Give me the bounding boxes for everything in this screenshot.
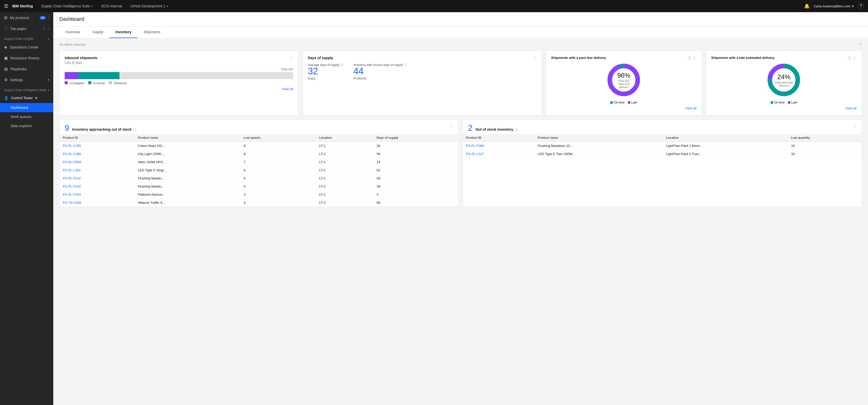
inbound-shipments-title: Inbound shipments: [65, 56, 97, 60]
section-chevron-icon: ▾: [48, 37, 49, 40]
sidebar-sub-item-data-explorer[interactable]: Data explorer: [0, 121, 53, 131]
oos-col-location: Location: [663, 134, 788, 142]
inbound-shipments-card: Inbound shipments Last 30 days ⋮ Total 1…: [59, 51, 299, 115]
past-due-menu[interactable]: ⋮: [693, 56, 696, 60]
topnav-right: 🔔 Carla.Aravena@ibm.com ▾ ?: [804, 3, 864, 9]
notification-bell-icon[interactable]: 🔔: [804, 3, 810, 9]
low-qty-cell: 4: [241, 182, 316, 191]
sidebar-sub-item-dashboard[interactable]: Dashboard: [0, 103, 53, 112]
days-supply-cell: 39: [374, 182, 458, 191]
top-cards-row: Inbound shipments Last 30 days ⋮ Total 1…: [59, 51, 862, 115]
inventory-approaching-menu[interactable]: ⋮: [450, 124, 453, 128]
nav-link-uihub[interactable]: UIHub Development 1 ▾: [126, 0, 172, 12]
sidebar-item-settings[interactable]: ⚙ Settings ▾: [0, 74, 53, 85]
late-est-desc: Estimated late delivery: [775, 81, 793, 87]
product-id-cell[interactable]: PS-PL-F242: [60, 174, 135, 182]
inventory-approaching-thead: Product ID Product name Low quanti... Lo…: [60, 134, 458, 142]
product-id-cell[interactable]: PS-TS-A339: [60, 199, 135, 207]
tab-inventory[interactable]: Inventory: [109, 26, 137, 38]
table-row: PS-PL-C295 Cobra Head 150... 8 LT-1 26: [60, 142, 458, 150]
help-button[interactable]: ?: [858, 3, 864, 9]
tab-shipments[interactable]: Shipments: [137, 26, 166, 38]
brand-name: IBM Sterling: [12, 4, 33, 8]
tab-overview[interactable]: Overview: [59, 26, 86, 38]
product-name-cell: Helm 150W HPS...: [135, 158, 241, 166]
product-id-cell[interactable]: PS-SL-C280: [60, 150, 135, 158]
inventory-approaching-info-icon[interactable]: ⓘ: [134, 128, 136, 131]
out-of-stock-thead: Product ID Product name Location Low qua…: [463, 134, 862, 142]
col-product-name: Product name: [135, 134, 241, 142]
oos-location-cell: LightTree Plant 2 Tusc...: [663, 150, 788, 158]
days-supply-cell: 3: [374, 191, 458, 199]
delivered-dot: [109, 81, 112, 84]
inbound-shipments-menu[interactable]: ⋮: [290, 56, 293, 60]
past-due-view-all-link[interactable]: View all: [551, 106, 696, 110]
nav-link-scis[interactable]: Supply Chain Intelligence Suite ▾: [37, 0, 97, 12]
sidebar-item-top-pages[interactable]: ♡ Top pages ℹ ›: [0, 23, 53, 34]
unshipped-legend-item: Unshipped: [65, 81, 84, 85]
days-supply-cell: 49: [374, 174, 458, 182]
dos-metrics: Average days of supply ⓘ 32 Days Invento…: [308, 63, 536, 80]
out-of-stock-menu[interactable]: ⋮: [853, 124, 857, 128]
late-est-info-icon[interactable]: ⓘ: [848, 56, 851, 60]
oos-location-cell: LightTree Plant 1 Birmi...: [663, 142, 788, 150]
oos-product-id-cell[interactable]: PS-SL-L327: [463, 150, 535, 158]
sidebar-item-playbooks[interactable]: ▤ Playbooks: [0, 63, 53, 74]
late-est-view-all-link[interactable]: View all: [711, 106, 857, 110]
table-row: PS-SL-F344 Flatbush Avenue... 3 LT-1 3: [60, 191, 458, 199]
out-of-stock-info-icon[interactable]: ⓘ: [515, 128, 518, 131]
excess-info-icon[interactable]: ⓘ: [404, 63, 407, 67]
out-of-stock-title: Out of stock inventory: [475, 127, 514, 132]
late-est-legend: On time Late: [771, 101, 797, 104]
tab-supply[interactable]: Supply: [86, 26, 109, 38]
product-id-cell[interactable]: PS-PL-F242: [60, 182, 135, 191]
product-id-cell[interactable]: PS-SL-F344: [60, 191, 135, 199]
avg-days-value: 32: [308, 67, 343, 76]
low-qty-cell: 3: [241, 199, 316, 207]
oos-low-qty-cell: 10: [788, 150, 862, 158]
late-dot: [628, 101, 630, 104]
past-due-center: 96% Past due shipment delivery: [615, 71, 632, 89]
filter-icon[interactable]: ▽: [859, 42, 862, 47]
hamburger-menu[interactable]: ☰: [4, 3, 8, 9]
sidebar: ⊞ My products 88 › ♡ Top pages ℹ › Suppl…: [0, 12, 53, 405]
low-qty-cell: 8: [241, 150, 316, 158]
sidebar-sub-item-work-queues[interactable]: Work queues: [0, 112, 53, 121]
table-row: PS-SL-L393 LED Type E Singl... 6 LT-1 52: [60, 166, 458, 174]
out-of-stock-count: 2: [468, 123, 472, 133]
avg-info-icon[interactable]: ⓘ: [340, 63, 343, 67]
dos-menu[interactable]: ⋮: [533, 56, 536, 60]
nav-link-scis-internal[interactable]: SCIS Internal: [97, 0, 126, 12]
table-row: PS-PL-F242 Flushing Meado... 4 LT-2 39: [60, 182, 458, 191]
top-nav: ☰ IBM Sterling Supply Chain Intelligence…: [0, 0, 868, 12]
section-scis[interactable]: Supply Chain Intelligence Suite ▾: [0, 85, 53, 93]
days-supply-cell: 59: [374, 199, 458, 207]
chevron-down-icon-2: ▾: [167, 5, 168, 8]
operations-icon: ◈: [4, 45, 7, 50]
sidebar-item-control-tower[interactable]: 👤 Control Tower ▾: [0, 93, 53, 103]
inbound-shipments-subtitle: Last 30 days: [65, 61, 97, 64]
product-id-cell[interactable]: PS-PL-C295: [60, 142, 135, 150]
oos-low-qty-cell: 10: [788, 142, 862, 150]
inventory-approaching-title-wrap: 9 Inventory approaching out of stock ⓘ: [65, 124, 136, 132]
sidebar-item-operations-center[interactable]: ◈ Operations Center: [0, 41, 53, 53]
product-id-cell[interactable]: PS-SL-H309: [60, 158, 135, 166]
user-profile[interactable]: Carla.Aravena@ibm.com ▾: [814, 4, 854, 8]
resolution-icon: ▣: [4, 56, 8, 60]
product-id-cell[interactable]: PS-SL-L393: [60, 166, 135, 174]
in-transit-legend-item: In transit: [88, 81, 105, 85]
sidebar-item-resolution-rooms[interactable]: ▣ Resolution Rooms: [0, 53, 53, 63]
oos-product-id-cell[interactable]: PS-PL-F388: [463, 142, 535, 150]
out-of-stock-title-wrap: 2 Out of stock inventory ⓘ: [468, 124, 518, 132]
low-qty-cell: 7: [241, 158, 316, 166]
oos-col-product-id: Product ID: [463, 134, 535, 142]
past-due-info-icon[interactable]: ⓘ: [688, 56, 691, 60]
table-row: PS-PL-F388 Flushing Meadows 10... LightT…: [463, 142, 862, 150]
product-name-cell: Flushing Meado...: [135, 174, 241, 182]
late-est-menu[interactable]: ⋮: [853, 56, 857, 60]
sidebar-item-my-products[interactable]: ⊞ My products 88 ›: [0, 12, 53, 23]
past-due-legend: On time Late: [610, 101, 637, 104]
inbound-view-all-link[interactable]: View all: [65, 87, 293, 91]
settings-icon: ⚙: [4, 78, 8, 82]
section-supply-chain-insights[interactable]: Supply Chain Insights ▾: [0, 34, 53, 41]
